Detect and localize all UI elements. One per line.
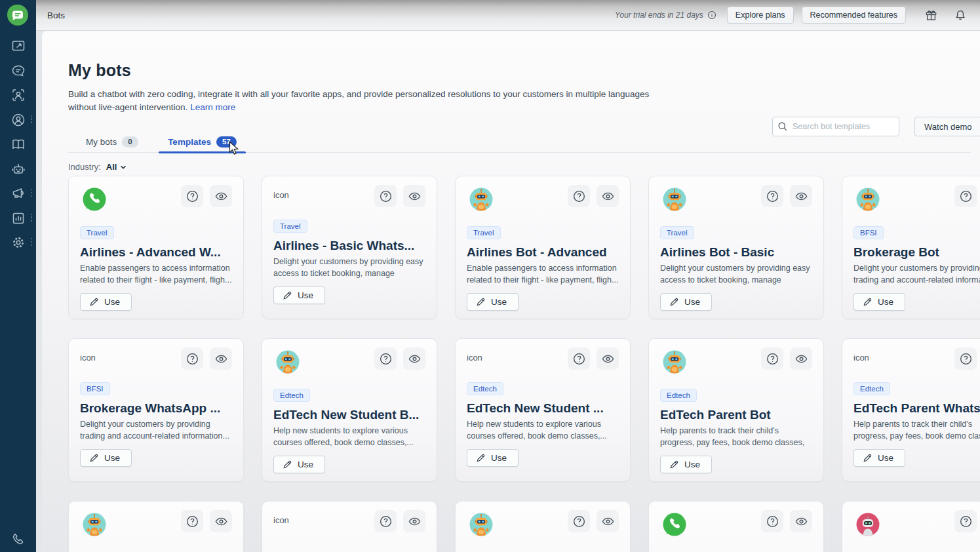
preview-eye-icon[interactable] — [403, 510, 425, 532]
help-icon[interactable] — [374, 510, 397, 532]
broken-image-alt-text: icon — [273, 515, 289, 525]
use-button-label: Use — [298, 290, 313, 300]
industry-tag: BFSI — [80, 382, 110, 395]
bot-template-card[interactable]: icon Edtech EdTech Parent Whats... Help … — [842, 338, 980, 482]
use-button[interactable]: Use — [853, 293, 905, 311]
tab-templates-label: Templates — [168, 137, 211, 147]
help-icon[interactable] — [568, 185, 590, 207]
use-button[interactable]: Use — [853, 449, 905, 467]
help-icon[interactable] — [568, 510, 590, 532]
help-icon[interactable] — [181, 185, 203, 207]
tab-templates[interactable]: Templates 57 — [159, 130, 246, 153]
bot-description: Enable passengers to access information … — [80, 263, 232, 286]
help-icon[interactable] — [181, 347, 203, 370]
bot-template-card[interactable]: Travel Airlines - Advanced W... Enable p… — [68, 176, 244, 319]
help-icon[interactable] — [374, 347, 397, 370]
preview-eye-icon[interactable] — [790, 510, 812, 532]
help-icon[interactable] — [954, 185, 977, 207]
use-button[interactable]: Use — [660, 293, 712, 311]
broken-image-alt-text: icon — [273, 190, 289, 200]
tab-my-bots[interactable]: My bots 0 — [77, 130, 147, 153]
bot-title: Airlines Bot - Basic — [660, 245, 812, 260]
use-button[interactable]: Use — [273, 286, 325, 304]
visitors-icon[interactable] — [10, 87, 26, 103]
preview-eye-icon[interactable] — [403, 185, 425, 207]
preview-eye-icon[interactable] — [597, 347, 619, 370]
use-button-label: Use — [878, 297, 893, 307]
preview-eye-icon[interactable] — [597, 185, 619, 207]
sidebar-nav — [0, 38, 36, 250]
freshchat-logo-icon[interactable] — [6, 3, 29, 27]
bot-description: Delight your customers by providing easy… — [273, 256, 425, 280]
use-button[interactable]: Use — [467, 449, 519, 467]
bot-template-card[interactable]: Use — [842, 501, 980, 552]
knowledge-base-icon[interactable] — [10, 136, 26, 152]
use-button[interactable]: Use — [273, 456, 325, 473]
industry-filter: Industry: All — [68, 162, 980, 172]
bot-title: EdTech New Student B... — [273, 408, 425, 422]
analytics-icon[interactable] — [10, 210, 26, 226]
dashboard-icon[interactable] — [10, 38, 26, 54]
use-button[interactable]: Use — [660, 456, 712, 473]
recommended-features-button[interactable]: Recommended features — [802, 7, 906, 24]
search-input[interactable] — [772, 117, 899, 136]
campaigns-icon[interactable] — [10, 186, 26, 201]
preview-eye-icon[interactable] — [597, 510, 619, 532]
search-box — [772, 117, 899, 136]
help-icon[interactable] — [954, 347, 977, 370]
help-icon[interactable] — [761, 510, 783, 532]
use-button-label: Use — [104, 297, 120, 307]
bot-template-card[interactable]: Edtech EdTech New Student B... Help new … — [262, 338, 437, 482]
pencil-icon — [669, 460, 679, 469]
watch-demo-button[interactable]: Watch demo — [914, 117, 980, 136]
app-sidebar — [0, 0, 36, 552]
bot-template-card[interactable]: Travel Airlines Bot - Basic Delight your… — [648, 176, 824, 319]
bot-template-card[interactable]: Travel Airlines Bot - Advanced Enable pa… — [455, 176, 631, 319]
contacts-icon[interactable] — [10, 112, 26, 128]
bell-icon[interactable] — [952, 7, 968, 23]
bot-description — [660, 548, 812, 552]
help-icon[interactable] — [374, 185, 397, 207]
bot-template-card[interactable]: Edtech EdTech Parent Bot Help parents to… — [648, 338, 824, 482]
preview-eye-icon[interactable] — [210, 510, 232, 532]
preview-eye-icon[interactable] — [403, 347, 425, 370]
use-button-label: Use — [684, 460, 700, 469]
use-button[interactable]: Use — [467, 293, 519, 311]
use-button[interactable]: Use — [80, 293, 132, 311]
bot-template-card[interactable]: BFSI Brokerage Bot Delight your customer… — [842, 176, 980, 319]
use-button[interactable]: Use — [80, 449, 132, 467]
bot-template-card[interactable]: icon Use — [262, 501, 437, 552]
templates-toolbar: Watch demo — [772, 117, 980, 136]
conversations-icon[interactable] — [10, 63, 26, 79]
pencil-icon — [283, 290, 292, 300]
trial-text: Your trial ends in 21 days — [615, 10, 703, 20]
bots-icon[interactable] — [10, 161, 26, 177]
bot-template-card[interactable]: icon Edtech EdTech New Student ... Help … — [455, 338, 631, 482]
gift-icon[interactable] — [923, 7, 939, 24]
settings-icon[interactable] — [10, 235, 26, 250]
preview-eye-icon[interactable] — [210, 185, 232, 207]
preview-eye-icon[interactable] — [790, 185, 812, 207]
learn-more-link[interactable]: Learn more — [190, 102, 235, 112]
overflow-dots-icon — [31, 115, 32, 123]
info-icon[interactable] — [707, 10, 716, 20]
help-icon[interactable] — [761, 347, 783, 370]
bot-template-card[interactable]: icon BFSI Brokerage WhatsApp ... Delight… — [68, 338, 244, 482]
bot-template-card[interactable]: icon Travel Airlines - Basic Whats... De… — [262, 176, 437, 319]
bot-template-card[interactable]: Use — [648, 501, 824, 552]
help-icon[interactable] — [954, 510, 977, 532]
bot-template-card[interactable]: Use — [455, 501, 631, 552]
industry-filter-dropdown[interactable]: All — [106, 162, 128, 172]
phone-icon[interactable] — [10, 531, 26, 547]
broken-image-alt-text: icon — [80, 353, 96, 363]
help-icon[interactable] — [181, 510, 203, 532]
explore-plans-button[interactable]: Explore plans — [727, 7, 794, 24]
preview-eye-icon[interactable] — [790, 347, 812, 370]
bot-template-card[interactable]: Use — [68, 501, 244, 552]
help-icon[interactable] — [568, 347, 590, 370]
preview-eye-icon[interactable] — [210, 347, 232, 370]
bot-description — [80, 548, 232, 552]
bot-description: Delight your customers by providing trad… — [80, 419, 232, 443]
chevron-down-icon — [119, 163, 127, 171]
help-icon[interactable] — [761, 185, 783, 207]
